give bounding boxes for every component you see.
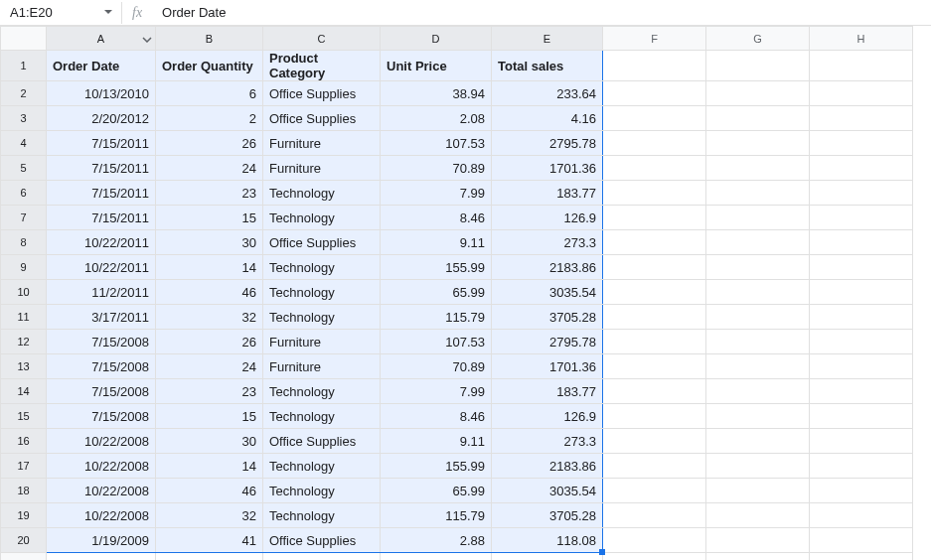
cell-H18[interactable] [810, 479, 913, 503]
cell-G5[interactable] [706, 156, 810, 181]
cell-D8[interactable]: 9.11 [381, 230, 492, 255]
row-header-8[interactable]: 8 [1, 230, 47, 255]
cell-C7[interactable]: Technology [263, 206, 381, 230]
row-header-12[interactable]: 12 [1, 330, 47, 354]
cell-G16[interactable] [706, 429, 810, 454]
cell-G8[interactable] [706, 230, 810, 255]
cell-H12[interactable] [810, 330, 913, 354]
cell-H13[interactable] [810, 354, 913, 379]
cell-D13[interactable]: 70.89 [381, 354, 492, 379]
cell-F17[interactable] [603, 454, 706, 479]
cell-H14[interactable] [810, 379, 913, 404]
selection-handle[interactable] [599, 549, 605, 555]
cell-E14[interactable]: 183.77 [492, 379, 603, 404]
row-header-21[interactable]: 21 [1, 553, 47, 561]
cell-H9[interactable] [810, 255, 913, 280]
select-all-corner[interactable] [1, 27, 47, 51]
cell-D20[interactable]: 2.88 [381, 528, 492, 553]
cell-A8[interactable]: 10/22/2011 [47, 230, 156, 255]
cell-E5[interactable]: 1701.36 [492, 156, 603, 181]
cell-A7[interactable]: 7/15/2011 [47, 206, 156, 230]
cell-F11[interactable] [603, 305, 706, 330]
cell-B6[interactable]: 23 [156, 181, 263, 206]
cell-B15[interactable]: 15 [156, 404, 263, 429]
cell-A4[interactable]: 7/15/2011 [47, 131, 156, 156]
cell-H21[interactable] [810, 553, 913, 561]
row-header-9[interactable]: 9 [1, 255, 47, 280]
cell-C20[interactable]: Office Supplies [263, 528, 381, 553]
row-header-13[interactable]: 13 [1, 354, 47, 379]
cell-F15[interactable] [603, 404, 706, 429]
cell-H5[interactable] [810, 156, 913, 181]
cell-B20[interactable]: 41 [156, 528, 263, 553]
cell-A18[interactable]: 10/22/2008 [47, 479, 156, 503]
cell-E17[interactable]: 2183.86 [492, 454, 603, 479]
row-header-14[interactable]: 14 [1, 379, 47, 404]
cell-B17[interactable]: 14 [156, 454, 263, 479]
cell-F7[interactable] [603, 206, 706, 230]
cell-C2[interactable]: Office Supplies [263, 81, 381, 106]
cell-H19[interactable] [810, 503, 913, 528]
cell-A14[interactable]: 7/15/2008 [47, 379, 156, 404]
cell-C6[interactable]: Technology [263, 181, 381, 206]
cell-F9[interactable] [603, 255, 706, 280]
cell-B19[interactable]: 32 [156, 503, 263, 528]
cell-E21[interactable] [492, 553, 603, 561]
cell-C17[interactable]: Technology [263, 454, 381, 479]
cell-F8[interactable] [603, 230, 706, 255]
row-header-3[interactable]: 3 [1, 106, 47, 131]
cell-G3[interactable] [706, 106, 810, 131]
cell-G13[interactable] [706, 354, 810, 379]
row-header-15[interactable]: 15 [1, 404, 47, 429]
cell-D5[interactable]: 70.89 [381, 156, 492, 181]
row-header-18[interactable]: 18 [1, 479, 47, 503]
cell-A5[interactable]: 7/15/2011 [47, 156, 156, 181]
cell-C3[interactable]: Office Supplies [263, 106, 381, 131]
col-header-E[interactable]: E [492, 27, 603, 51]
cell-A12[interactable]: 7/15/2008 [47, 330, 156, 354]
cell-D15[interactable]: 8.46 [381, 404, 492, 429]
cell-E7[interactable]: 126.9 [492, 206, 603, 230]
cell-B10[interactable]: 46 [156, 280, 263, 305]
cell-E6[interactable]: 183.77 [492, 181, 603, 206]
col-header-D[interactable]: D [381, 27, 492, 51]
cell-G6[interactable] [706, 181, 810, 206]
cell-D16[interactable]: 9.11 [381, 429, 492, 454]
cell-C18[interactable]: Technology [263, 479, 381, 503]
row-header-1[interactable]: 1 [1, 51, 47, 81]
cell-B5[interactable]: 24 [156, 156, 263, 181]
cell-G14[interactable] [706, 379, 810, 404]
cell-E8[interactable]: 273.3 [492, 230, 603, 255]
cell-F21[interactable] [603, 553, 706, 561]
cell-C16[interactable]: Office Supplies [263, 429, 381, 454]
cell-B9[interactable]: 14 [156, 255, 263, 280]
cell-B11[interactable]: 32 [156, 305, 263, 330]
cell-A3[interactable]: 2/20/2012 [47, 106, 156, 131]
row-header-19[interactable]: 19 [1, 503, 47, 528]
col-header-H[interactable]: H [810, 27, 913, 51]
cell-A6[interactable]: 7/15/2011 [47, 181, 156, 206]
cell-D4[interactable]: 107.53 [381, 131, 492, 156]
cell-G1[interactable] [706, 51, 810, 81]
cell-H17[interactable] [810, 454, 913, 479]
cell-C13[interactable]: Furniture [263, 354, 381, 379]
cell-E20[interactable]: 118.08 [492, 528, 603, 553]
col-header-F[interactable]: F [603, 27, 706, 51]
cell-C14[interactable]: Technology [263, 379, 381, 404]
cell-B4[interactable]: 26 [156, 131, 263, 156]
row-header-16[interactable]: 16 [1, 429, 47, 454]
cell-A13[interactable]: 7/15/2008 [47, 354, 156, 379]
cell-G11[interactable] [706, 305, 810, 330]
cell-H7[interactable] [810, 206, 913, 230]
cell-G19[interactable] [706, 503, 810, 528]
cell-D1[interactable]: Unit Price [381, 51, 492, 81]
cell-E13[interactable]: 1701.36 [492, 354, 603, 379]
cell-D21[interactable] [381, 553, 492, 561]
cell-H4[interactable] [810, 131, 913, 156]
cell-B3[interactable]: 2 [156, 106, 263, 131]
cell-D11[interactable]: 115.79 [381, 305, 492, 330]
cell-D19[interactable]: 115.79 [381, 503, 492, 528]
cell-A20[interactable]: 1/19/2009 [47, 528, 156, 553]
col-header-C[interactable]: C [263, 27, 381, 51]
cell-E11[interactable]: 3705.28 [492, 305, 603, 330]
